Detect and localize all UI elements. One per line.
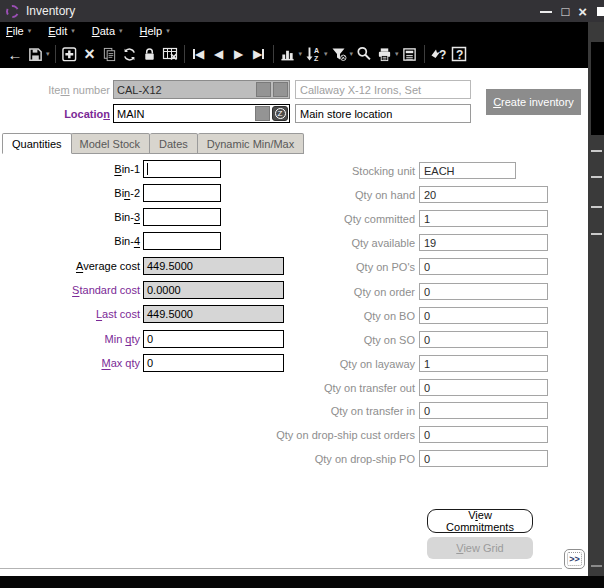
boxed-question-icon: ? bbox=[451, 46, 467, 62]
toolbar-separator bbox=[424, 45, 425, 63]
lock-button[interactable] bbox=[140, 42, 160, 66]
qty-on-drop-ship-cust-orders-label: Qty on drop-ship cust orders bbox=[255, 429, 415, 441]
create-inventory-button[interactable]: Create inventory bbox=[486, 89, 581, 115]
background-window-line bbox=[591, 150, 602, 152]
last-cost-label[interactable]: Last cost bbox=[0, 308, 140, 320]
location-description-field: Main store location bbox=[295, 104, 471, 123]
location-field[interactable]: MAIN Z bbox=[113, 104, 290, 123]
bin-3-input[interactable] bbox=[143, 208, 221, 226]
context-help-button[interactable]: ? bbox=[429, 42, 449, 66]
printer-icon bbox=[377, 47, 392, 62]
tab-model-stock[interactable]: Model Stock bbox=[71, 133, 151, 154]
qty-on-order-field: 0 bbox=[419, 283, 548, 300]
sort-dropdown-icon[interactable]: ▾ bbox=[324, 50, 328, 58]
menu-help[interactable]: Help▾ bbox=[140, 25, 170, 37]
last-bar-icon bbox=[262, 49, 264, 59]
views-button[interactable] bbox=[278, 42, 298, 66]
filter-dropdown-icon[interactable]: ▾ bbox=[350, 50, 354, 58]
item-number-field: CAL-X12 bbox=[113, 80, 290, 99]
delete-record-button[interactable]: × bbox=[80, 42, 100, 66]
help-button[interactable]: ? bbox=[449, 42, 469, 66]
svg-text:Z: Z bbox=[314, 55, 319, 62]
qty-available-field: 19 bbox=[419, 234, 548, 251]
search-button[interactable] bbox=[354, 42, 374, 66]
first-record-icon: ◀ bbox=[195, 48, 204, 60]
copy-button[interactable] bbox=[100, 42, 120, 66]
filter-button[interactable] bbox=[329, 42, 349, 66]
maximize-icon[interactable]: □ bbox=[561, 5, 569, 18]
grid-delete-button[interactable] bbox=[160, 42, 180, 66]
bin-2-input[interactable] bbox=[143, 184, 221, 202]
tab-dates[interactable]: Dates bbox=[150, 133, 198, 154]
back-button[interactable]: ← bbox=[5, 42, 25, 66]
location-zoom-button[interactable]: Z bbox=[272, 106, 288, 121]
toolbar: ← ▾ × ◀ ◀ ▶ ▶ ▾ AZ ▾ ▾ ▾ ? bbox=[0, 40, 588, 68]
double-chevron-right-icon: >> bbox=[569, 554, 580, 564]
qty-committed-label: Qty committed bbox=[255, 213, 415, 225]
arrow-question-icon: ? bbox=[430, 46, 447, 62]
min-qty-label[interactable]: Min qty bbox=[0, 333, 140, 345]
zoom-z-icon: Z bbox=[275, 108, 286, 119]
lock-icon bbox=[142, 47, 157, 62]
qty-available-label: Qty available bbox=[255, 237, 415, 249]
refresh-button[interactable] bbox=[120, 42, 140, 66]
bin-1-label: Bin-1 bbox=[0, 163, 140, 175]
bin-4-input[interactable] bbox=[143, 232, 221, 250]
item-lookup-button[interactable] bbox=[256, 82, 271, 97]
previous-record-icon: ◀ bbox=[214, 48, 223, 60]
delete-x-icon: × bbox=[84, 47, 95, 62]
qty-on-layaway-field: 1 bbox=[419, 355, 548, 372]
first-record-button[interactable]: ◀ bbox=[189, 42, 209, 66]
last-record-button[interactable]: ▶ bbox=[249, 42, 269, 66]
bin-1-input[interactable] bbox=[143, 160, 221, 178]
background-window-line bbox=[591, 233, 602, 235]
background-window-line bbox=[591, 206, 602, 208]
desktop-bottom-bar bbox=[0, 576, 604, 588]
print-button[interactable] bbox=[374, 42, 394, 66]
location-label[interactable]: Location bbox=[0, 108, 110, 120]
back-arrow-icon: ← bbox=[8, 47, 23, 62]
qty-on-transfer-in-label: Qty on transfer in bbox=[255, 405, 415, 417]
close-icon[interactable]: × bbox=[578, 4, 587, 19]
qty-on-transfer-in-field: 0 bbox=[419, 402, 548, 419]
background-window-line bbox=[591, 176, 602, 178]
background-window-strip bbox=[588, 22, 604, 576]
table-x-icon bbox=[162, 46, 178, 62]
qty-on-hand-field: 20 bbox=[419, 186, 548, 203]
save-dropdown-icon[interactable]: ▾ bbox=[46, 50, 50, 58]
item-number-label: Item number bbox=[0, 84, 110, 96]
qty-on-hand-label: Qty on hand bbox=[255, 189, 415, 201]
toolbar-separator bbox=[273, 45, 274, 63]
max-qty-label[interactable]: Max qty bbox=[0, 357, 140, 369]
menu-file[interactable]: File▾ bbox=[6, 25, 31, 37]
tab-quantities[interactable]: Quantities bbox=[2, 133, 72, 154]
average-cost-label: Average cost bbox=[0, 260, 140, 272]
minimize-icon[interactable] bbox=[540, 11, 552, 13]
item-browse-button[interactable] bbox=[273, 82, 288, 97]
copy-pages-icon bbox=[102, 47, 117, 62]
location-lookup-button[interactable] bbox=[255, 106, 270, 121]
views-dropdown-icon[interactable]: ▾ bbox=[299, 50, 303, 58]
window-bottom-edge bbox=[0, 568, 562, 569]
qty-on-layaway-label: Qty on layaway bbox=[255, 358, 415, 370]
view-commitments-button[interactable]: View Commitments bbox=[427, 509, 533, 533]
print-dropdown-icon[interactable]: ▾ bbox=[395, 50, 399, 58]
save-button[interactable] bbox=[25, 42, 45, 66]
standard-cost-label[interactable]: Standard cost bbox=[0, 284, 140, 296]
tab-dynamic-min-max[interactable]: Dynamic Min/Max bbox=[198, 133, 304, 154]
previous-record-button[interactable]: ◀ bbox=[209, 42, 229, 66]
add-record-button[interactable] bbox=[60, 42, 80, 66]
bar-chart-icon bbox=[280, 47, 295, 62]
title-bar: Inventory □ × bbox=[0, 0, 604, 22]
text-cursor bbox=[147, 163, 148, 175]
next-record-icon: ▶ bbox=[234, 48, 243, 60]
menu-edit[interactable]: Edit▾ bbox=[48, 25, 74, 37]
sort-button[interactable]: AZ bbox=[303, 42, 323, 66]
qty-on-transfer-out-label: Qty on transfer out bbox=[255, 382, 415, 394]
window-title: Inventory bbox=[26, 4, 75, 18]
toolbar-separator bbox=[55, 45, 56, 63]
menu-data[interactable]: Data▾ bbox=[92, 25, 123, 37]
expand-panel-button[interactable]: >> bbox=[564, 549, 585, 569]
calculator-button[interactable] bbox=[400, 42, 420, 66]
next-record-button[interactable]: ▶ bbox=[229, 42, 249, 66]
